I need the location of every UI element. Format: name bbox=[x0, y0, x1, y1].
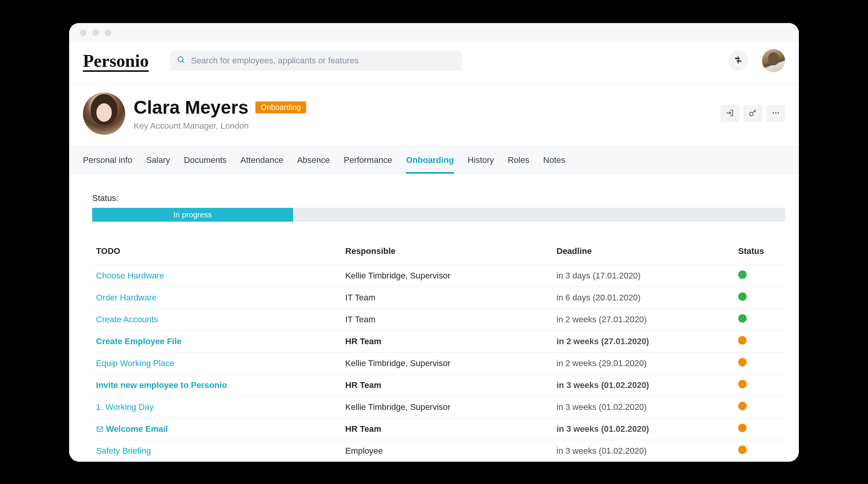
todo-link[interactable]: Equip Working Place bbox=[96, 358, 174, 368]
responsible-cell: Kellie Timbridge, Supervisor bbox=[341, 396, 553, 418]
responsible-cell: HR Team bbox=[341, 418, 553, 440]
tab-notes[interactable]: Notes bbox=[543, 147, 565, 174]
todo-link[interactable]: Welcome Email bbox=[96, 424, 168, 434]
deadline-cell: in 3 weeks (01.02.2020) bbox=[553, 375, 734, 396]
status-dot-green bbox=[738, 292, 747, 301]
table-row: 1. Working DayKellie Timbridge, Supervis… bbox=[92, 396, 785, 418]
table-row: Create AccountsIT Teamin 2 weeks (27.01.… bbox=[92, 309, 785, 331]
tab-performance[interactable]: Performance bbox=[344, 147, 392, 174]
svg-line-1 bbox=[182, 61, 184, 63]
mail-icon bbox=[96, 425, 104, 433]
tab-documents[interactable]: Documents bbox=[184, 147, 227, 174]
status-cell bbox=[734, 265, 785, 287]
tab-absence[interactable]: Absence bbox=[297, 147, 330, 174]
todo-text: Invite new employee to Personio bbox=[96, 380, 227, 390]
deadline-cell: in 2 weeks (29.01.2020) bbox=[553, 353, 734, 375]
status-dot-orange bbox=[738, 336, 747, 345]
todo-text: Welcome Email bbox=[106, 424, 168, 434]
status-cell bbox=[734, 309, 785, 331]
key-button[interactable] bbox=[744, 105, 762, 123]
table-row: Choose HardwareKellie Timbridge, Supervi… bbox=[92, 265, 785, 287]
tab-roles[interactable]: Roles bbox=[508, 147, 529, 174]
status-cell bbox=[734, 418, 785, 440]
brand-logo[interactable]: Personio bbox=[83, 51, 156, 71]
table-row: Equip Working PlaceKellie Timbridge, Sup… bbox=[92, 353, 785, 375]
svg-point-4 bbox=[773, 112, 774, 114]
window-close-dot[interactable] bbox=[80, 29, 87, 36]
status-dot-orange bbox=[738, 402, 747, 410]
progress-fill: In progress bbox=[92, 208, 293, 222]
status-badge: Onboarding bbox=[255, 101, 306, 113]
name-row: Clara Meyers Onboarding bbox=[134, 97, 306, 118]
todo-cell: Equip Working Place bbox=[92, 353, 341, 375]
status-dot-orange bbox=[738, 380, 747, 388]
window-minimize-dot[interactable] bbox=[92, 29, 99, 36]
user-avatar[interactable] bbox=[762, 49, 785, 72]
global-search[interactable] bbox=[170, 51, 462, 71]
todo-text: Safety Briefing bbox=[96, 446, 151, 456]
tab-personal-info[interactable]: Personal info bbox=[83, 147, 132, 174]
responsible-cell: HR Team bbox=[341, 375, 553, 396]
todo-link[interactable]: Invite new employee to Personio bbox=[96, 380, 227, 390]
status-cell bbox=[734, 440, 785, 462]
todo-link[interactable]: Safety Briefing bbox=[96, 446, 151, 456]
export-button[interactable] bbox=[721, 105, 739, 123]
key-icon bbox=[749, 109, 757, 119]
signpost-icon bbox=[734, 55, 743, 66]
svg-rect-2 bbox=[738, 56, 739, 64]
todo-text: Choose Hardware bbox=[96, 271, 164, 280]
status-label: Status: bbox=[92, 193, 785, 203]
status-dot-orange bbox=[738, 424, 747, 432]
progress-text: In progress bbox=[174, 211, 212, 219]
todo-link[interactable]: Choose Hardware bbox=[96, 271, 164, 280]
deadline-cell: in 3 weeks (01.02.2020) bbox=[553, 440, 734, 462]
responsible-cell: HR Team bbox=[341, 331, 553, 353]
status-dot-orange bbox=[738, 446, 747, 454]
todo-cell: Create Employee File bbox=[92, 331, 341, 353]
todo-text: Create Employee File bbox=[96, 336, 182, 346]
employee-name: Clara Meyers bbox=[134, 97, 248, 118]
col-header-responsible: Responsible bbox=[341, 241, 553, 265]
table-row: Invite new employee to PersonioHR Teamin… bbox=[92, 375, 785, 396]
todo-link[interactable]: Order Hardware bbox=[96, 293, 157, 302]
employee-subtitle: Key Account Manager, London bbox=[134, 121, 306, 131]
status-cell bbox=[734, 287, 785, 309]
window-titlebar bbox=[69, 23, 799, 42]
exit-icon bbox=[726, 109, 734, 119]
table-row: Create Employee FileHR Teamin 2 weeks (2… bbox=[92, 331, 785, 353]
col-header-todo: TODO bbox=[92, 241, 341, 265]
more-button[interactable] bbox=[767, 105, 785, 123]
todo-text: Create Accounts bbox=[96, 315, 158, 324]
status-dot-green bbox=[738, 314, 747, 323]
svg-point-5 bbox=[775, 112, 777, 114]
tab-attendance[interactable]: Attendance bbox=[240, 147, 283, 174]
status-cell bbox=[734, 353, 785, 375]
todo-cell: Order Hardware bbox=[92, 287, 341, 309]
col-header-status: Status bbox=[734, 241, 785, 265]
svg-rect-7 bbox=[97, 427, 103, 431]
tab-history[interactable]: History bbox=[468, 147, 494, 174]
responsible-cell: Kellie Timbridge, Supervisor bbox=[341, 353, 553, 375]
deadline-cell: in 3 days (17.01.2020) bbox=[553, 265, 734, 287]
table-header-row: TODO Responsible Deadline Status bbox=[92, 241, 785, 265]
responsible-cell: Employee bbox=[341, 440, 553, 462]
status-dot-green bbox=[738, 270, 747, 279]
todo-link[interactable]: Create Accounts bbox=[96, 315, 158, 324]
deadline-cell: in 3 weeks (01.02.2020) bbox=[553, 396, 734, 418]
window-maximize-dot[interactable] bbox=[104, 29, 111, 36]
table-row: Welcome EmailHR Teamin 3 weeks (01.02.20… bbox=[92, 418, 785, 440]
search-input[interactable] bbox=[191, 56, 455, 66]
tab-salary[interactable]: Salary bbox=[146, 147, 170, 174]
deadline-cell: in 6 days (20.01.2020) bbox=[553, 287, 734, 309]
employee-avatar[interactable] bbox=[83, 93, 125, 135]
signpost-button[interactable] bbox=[728, 51, 748, 71]
table-row: Safety BriefingEmployeein 3 weeks (01.02… bbox=[92, 440, 785, 462]
more-icon bbox=[772, 109, 780, 119]
todo-cell: Create Accounts bbox=[92, 309, 341, 331]
onboarding-table: TODO Responsible Deadline Status Choose … bbox=[92, 241, 785, 462]
todo-link[interactable]: 1. Working Day bbox=[96, 402, 154, 412]
todo-link[interactable]: Create Employee File bbox=[96, 336, 182, 346]
tab-onboarding[interactable]: Onboarding bbox=[406, 147, 454, 174]
table-row: Order HardwareIT Teamin 6 days (20.01.20… bbox=[92, 287, 785, 309]
responsible-cell: IT Team bbox=[341, 287, 553, 309]
